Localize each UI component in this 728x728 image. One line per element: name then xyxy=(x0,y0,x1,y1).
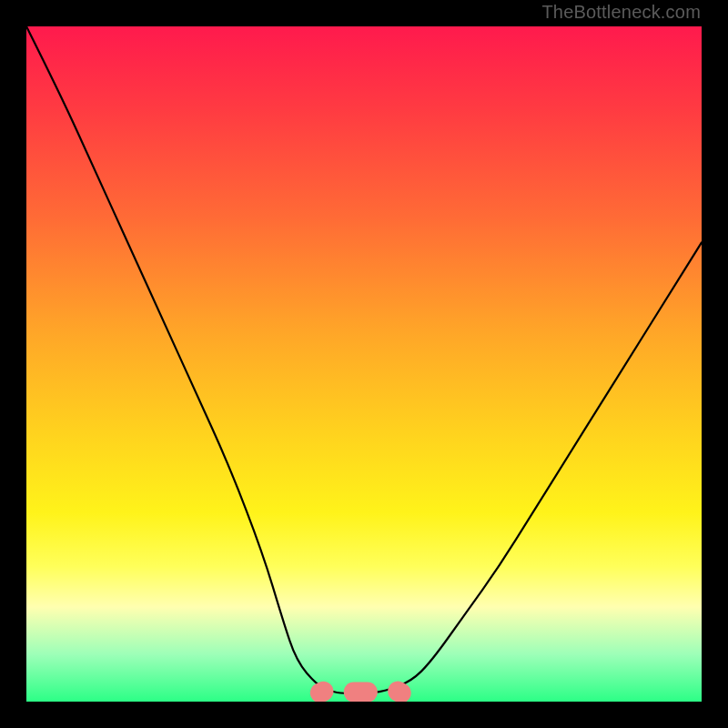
chart-frame: TheBottleneck.com xyxy=(0,0,728,728)
watermark-text: TheBottleneck.com xyxy=(541,2,701,23)
trough-marker xyxy=(307,678,414,702)
chart-overlay xyxy=(26,26,702,702)
trough-segment xyxy=(344,682,378,702)
bottleneck-curve xyxy=(26,26,702,693)
trough-segment xyxy=(307,678,337,702)
